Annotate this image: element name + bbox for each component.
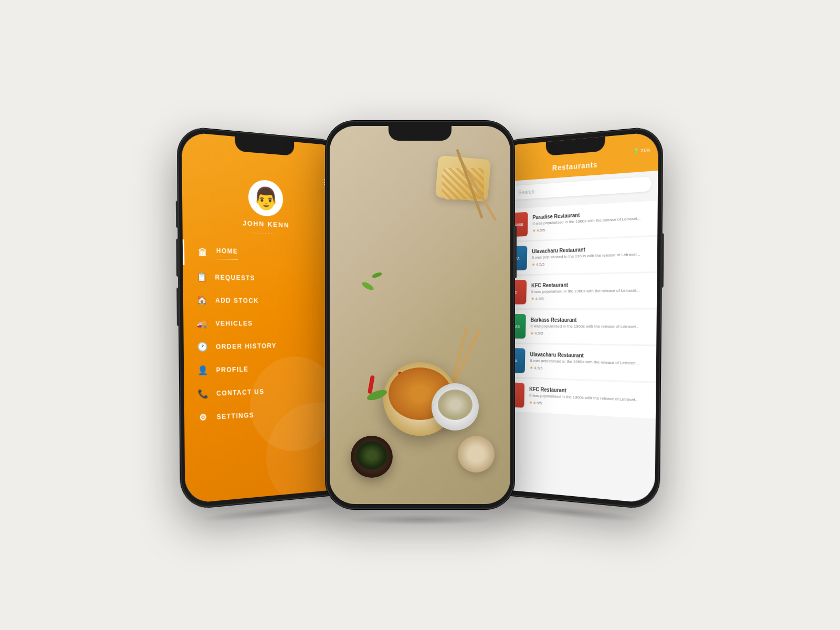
- food-yellow-bowl: [442, 168, 484, 200]
- left-screen-content: 👨 JOHN KENN ........... 🏛 HOME 📋 REQUEST…: [182, 132, 349, 504]
- restaurant-name-4: Barkass Restaurant: [531, 317, 650, 323]
- restaurant-info-1: Paradise Restaurant It was popularised i…: [532, 208, 651, 233]
- addstock-label: ADD STOCK: [215, 297, 259, 304]
- dark-bowl: [351, 436, 393, 478]
- list-item[interactable]: PARADISE Paradise Restaurant It was popu…: [496, 201, 658, 242]
- notch-center: [388, 126, 452, 141]
- star-icon: ★: [531, 297, 534, 301]
- user-name: JOHN KENN: [243, 219, 290, 229]
- contactus-label: CONTACT US: [216, 387, 265, 397]
- list-item[interactable]: ULAVA Ulavacharu Restaurant It was popul…: [496, 237, 657, 275]
- menu-header: 👨 JOHN KENN ...........: [182, 164, 343, 246]
- settings-icon: ⚙: [198, 412, 209, 423]
- list-item[interactable]: KFC KFC Restaurant It was popularised in…: [495, 273, 657, 309]
- search-input[interactable]: Search: [518, 188, 534, 195]
- orderhistory-label: ORDER HISTORY: [216, 342, 277, 350]
- star-icon: ★: [532, 262, 536, 267]
- rating-value-5: 4.5/5: [534, 365, 543, 370]
- restaurant-info-2: Ulavacharu Restaurant It was popularised…: [532, 245, 651, 267]
- rating-value-2: 4.5/5: [536, 262, 544, 267]
- restaurant-name-3: KFC Restaurant: [531, 281, 650, 289]
- center-screen-content: [330, 126, 510, 504]
- vehicles-icon: 🚚: [197, 318, 208, 329]
- star-icon: ★: [529, 400, 533, 405]
- list-item[interactable]: KFC KFC Restaurant It was popularised in…: [492, 377, 656, 418]
- left-phone-screen: 👨 JOHN KENN ........... 🏛 HOME 📋 REQUEST…: [182, 132, 349, 504]
- profile-icon: 👤: [197, 365, 208, 375]
- page-title: Restaurants: [552, 161, 598, 172]
- side-menu: 👨 JOHN KENN ........... 🏛 HOME 📋 REQUEST…: [182, 132, 349, 504]
- battery-level: 21%: [640, 147, 650, 153]
- restaurant-rating-5: ★ 4.5/5: [530, 365, 650, 373]
- list-item[interactable]: BARKAS Barkass Restaurant It was popular…: [494, 310, 657, 345]
- restaurant-desc-4: It was popularised in the 1960s with the…: [530, 324, 650, 330]
- orderhistory-icon: 🕐: [197, 342, 208, 352]
- sidebar-item-requests[interactable]: 📋 REQUESTS: [183, 265, 345, 291]
- vehicles-label: VEHICLES: [215, 320, 253, 328]
- star-icon: ★: [532, 228, 536, 233]
- status-bar: 🔋 21%: [633, 147, 650, 154]
- sidebar-item-orderhistory[interactable]: 🕐 ORDER HISTORY: [184, 334, 346, 359]
- restaurant-info-5: Ulavacharu Restaurant It was popularised…: [530, 352, 650, 373]
- star-icon: ★: [530, 365, 533, 370]
- user-dots: ...........: [250, 228, 282, 235]
- rating-value-6: 4.5/5: [533, 400, 542, 405]
- settings-label: SETTINGS: [217, 411, 255, 421]
- restaurant-info-4: Barkass Restaurant It was popularised in…: [530, 317, 650, 337]
- center-phone-screen: [330, 126, 510, 504]
- center-shadow: [344, 514, 496, 525]
- right-shadow: [502, 500, 640, 524]
- sidebar-item-vehicles[interactable]: 🚚 VEHICLES: [183, 312, 346, 335]
- requests-label: REQUESTS: [215, 274, 255, 282]
- extra-bowl: [458, 436, 495, 472]
- main-scene: 👨 JOHN KENN ........... 🏛 HOME 📋 REQUEST…: [52, 52, 788, 578]
- rating-value-3: 4.5/5: [536, 296, 544, 301]
- sidebar-item-addstock[interactable]: 🏠 ADD STOCK: [183, 288, 345, 312]
- requests-icon: 📋: [196, 271, 207, 282]
- profile-label: PROFILE: [216, 365, 249, 374]
- restaurant-info-3: KFC Restaurant It was popularised in the…: [531, 281, 650, 301]
- restaurant-info-6: KFC Restaurant It was popularised in the…: [529, 386, 649, 411]
- phone-center: [326, 121, 514, 509]
- right-phone-screen: 🔋 21% ← Restaurants 🔍 Search PARADISE: [491, 132, 658, 504]
- contactus-icon: 📞: [197, 388, 208, 400]
- list-item[interactable]: ULAVA Ulavacharu Restaurant It was popul…: [493, 344, 656, 382]
- restaurant-rating-4: ★ 4.5/5: [530, 331, 650, 337]
- avatar: 👨: [248, 179, 284, 217]
- restaurant-desc-3: It was popularised in the 1960s with the…: [531, 288, 650, 295]
- addstock-icon: 🏠: [197, 295, 208, 306]
- avatar-image: 👨: [253, 185, 279, 212]
- right-screen-content: 🔋 21% ← Restaurants 🔍 Search PARADISE: [491, 132, 658, 504]
- rating-value-1: 4.5/5: [537, 228, 545, 233]
- side-bowl: [432, 383, 479, 430]
- star-icon: ★: [530, 331, 534, 335]
- home-icon: 🏛: [198, 248, 208, 258]
- food-scene: [330, 126, 510, 504]
- home-label: HOME: [216, 247, 238, 260]
- left-shadow: [200, 500, 338, 524]
- rating-value-4: 4.5/5: [534, 331, 543, 335]
- battery-icon: 🔋: [633, 148, 639, 154]
- restaurant-rating-3: ★ 4.5/5: [531, 295, 650, 301]
